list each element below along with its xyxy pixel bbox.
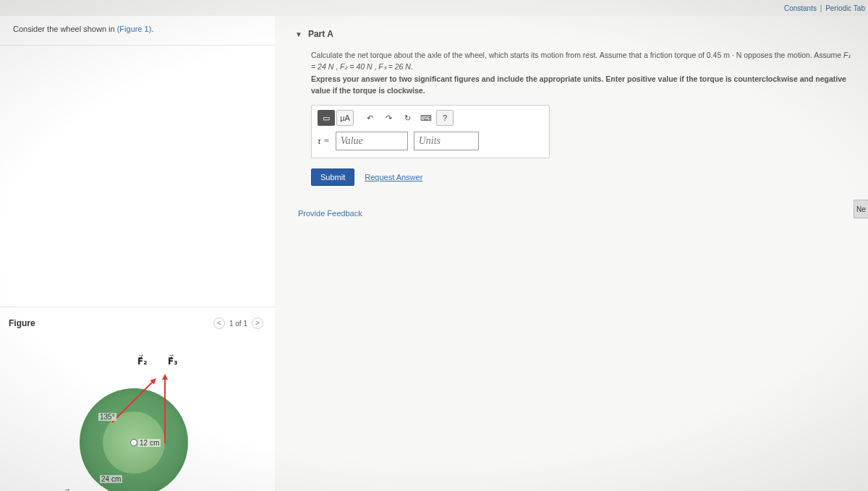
toolbar: ▭ µA ↶ ↷ ↻ ⌨ ?	[318, 110, 543, 126]
value-input[interactable]	[336, 132, 408, 150]
problem-intro: Consider the wheel shown in	[13, 25, 117, 33]
instr-f2: F₂ = 40 N	[340, 62, 373, 71]
part-a-instructions: Calculate the net torque about the axle …	[311, 49, 854, 96]
figure-next-button[interactable]: >	[252, 317, 263, 329]
figure-pager-label: 1 of 1	[229, 320, 247, 328]
mu-a-button[interactable]: µA	[336, 110, 354, 126]
figure-prev-button[interactable]: <	[213, 317, 225, 329]
redo-button[interactable]: ↷	[380, 110, 397, 126]
figure-title: Figure	[9, 318, 35, 328]
instr-f3: F₃ = 26 N	[378, 62, 411, 71]
feedback-row: Provide Feedback	[298, 209, 854, 218]
request-answer-link[interactable]: Request Answer	[365, 173, 422, 182]
keyboard-button[interactable]: ⌨	[417, 110, 435, 126]
submit-button[interactable]: Submit	[311, 168, 354, 186]
outer-radius-label: 24 cm	[100, 475, 122, 483]
left-column: Consider the wheel shown in (Figure 1). …	[0, 16, 275, 491]
inner-radius-label: 12 cm	[138, 439, 161, 447]
instr-line-2: Express your answer to two significant f…	[311, 74, 846, 95]
action-row: Submit Request Answer	[311, 168, 854, 186]
instr-text-2: opposes the motion. Assume	[741, 51, 843, 59]
constants-link[interactable]: Constants	[784, 4, 817, 12]
figure-canvas: F⃗₂ F⃗₃ F⃗₁ 135° 12 cm 24 cm	[43, 338, 231, 491]
angle-label: 135°	[98, 413, 116, 421]
f3-label: F⃗₃	[168, 356, 177, 367]
f2-label: F⃗₂	[137, 356, 147, 367]
instr-units: m · N	[723, 51, 741, 59]
collapse-icon: ▼	[295, 30, 302, 38]
answer-box: ▭ µA ↶ ↷ ↻ ⌨ ? τ =	[311, 105, 550, 158]
instr-sep1: ,	[333, 62, 340, 71]
units-input[interactable]	[414, 132, 479, 150]
template-button[interactable]: ▭	[318, 110, 335, 126]
part-a-header[interactable]: ▼ Part A	[295, 29, 854, 39]
problem-statement: Consider the wheel shown in (Figure 1).	[0, 16, 275, 46]
figure-panel: Figure < 1 of 1 > F⃗₂ F⃗₃ F⃗₁ 135° 12 cm…	[0, 307, 275, 491]
help-button[interactable]: ?	[436, 110, 454, 126]
reset-button[interactable]: ↻	[399, 110, 416, 126]
f3-arrow	[164, 378, 166, 443]
instr-sep2: ,	[373, 62, 379, 71]
top-links: Constants | Periodic Tab	[784, 4, 865, 12]
provide-feedback-link[interactable]: Provide Feedback	[298, 209, 362, 218]
figure-link[interactable]: (Figure 1)	[117, 25, 152, 33]
next-button[interactable]: Ne	[854, 200, 868, 218]
figure-pager: < 1 of 1 >	[213, 317, 263, 329]
instr-period: .	[411, 62, 413, 71]
periodic-table-link[interactable]: Periodic Tab	[825, 4, 865, 12]
part-a-title: Part A	[308, 29, 333, 39]
input-row: τ =	[318, 132, 543, 150]
right-column: ▼ Part A Calculate the net torque about …	[275, 16, 868, 491]
undo-button[interactable]: ↶	[361, 110, 378, 126]
wheel-hub	[130, 439, 137, 446]
instr-text-1: Calculate the net torque about the axle …	[311, 51, 723, 59]
tau-label: τ =	[318, 135, 330, 147]
